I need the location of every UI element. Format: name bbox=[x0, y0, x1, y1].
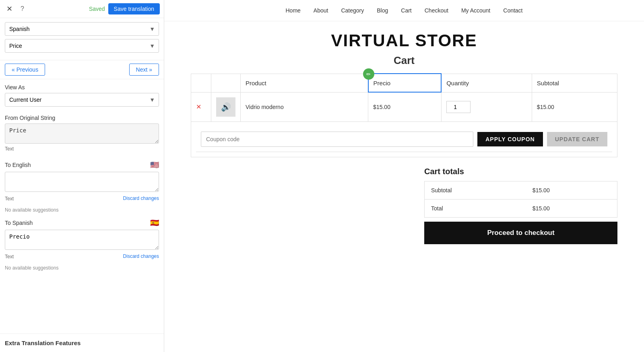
english-translation-footer: Text Discard changes bbox=[5, 195, 159, 202]
from-original-label: From Original String bbox=[5, 115, 159, 121]
total-label: Total bbox=[425, 199, 526, 217]
save-translation-button[interactable]: Save translation bbox=[108, 3, 160, 14]
discard-english-link[interactable]: Discard changes bbox=[123, 196, 159, 201]
view-as-select[interactable]: Current User Guest bbox=[5, 93, 159, 107]
to-spanish-section: To Spanish 🇪🇸 Precio Text Discard change… bbox=[0, 214, 164, 263]
site-title: VIRTUAL STORE bbox=[164, 21, 644, 54]
language-section: Spanish French German Italian ▼ Price Ti… bbox=[0, 18, 164, 60]
help-button[interactable]: ? bbox=[18, 4, 27, 13]
col-remove bbox=[191, 74, 211, 92]
coupon-cell: APPLY COUPON UPDATE CART bbox=[191, 121, 617, 157]
nav-category[interactable]: Category bbox=[341, 7, 364, 14]
subtotal-value: $15.00 bbox=[526, 181, 617, 199]
price-cell: $15.00 bbox=[368, 92, 442, 121]
nav-cart[interactable]: Cart bbox=[401, 7, 411, 14]
language-select[interactable]: Spanish French German Italian bbox=[5, 22, 159, 36]
english-flag: 🇺🇸 bbox=[150, 161, 159, 169]
subtotal-label: Subtotal bbox=[425, 181, 526, 199]
total-row: Total $15.00 bbox=[425, 199, 617, 217]
english-translation-input[interactable] bbox=[5, 172, 159, 192]
update-cart-button[interactable]: UPDATE CART bbox=[547, 132, 607, 146]
spanish-flag: 🇪🇸 bbox=[150, 218, 159, 227]
next-button[interactable]: Next » bbox=[129, 64, 159, 76]
nav-home[interactable]: Home bbox=[285, 7, 300, 14]
to-english-label: To English bbox=[5, 162, 31, 168]
view-as-label: View As bbox=[5, 84, 159, 91]
quantity-cell bbox=[441, 92, 532, 121]
previous-button[interactable]: « Previous bbox=[5, 64, 45, 76]
site-nav: Home About Category Blog Cart Checkout M… bbox=[164, 0, 644, 21]
spanish-translation-input[interactable]: Precio bbox=[5, 230, 159, 250]
nav-checkout[interactable]: Checkout bbox=[425, 7, 448, 14]
spanish-translation-footer: Text Discard changes bbox=[5, 253, 159, 259]
col-precio: ✏ Precio bbox=[368, 74, 442, 92]
nav-myaccount[interactable]: My Account bbox=[461, 7, 490, 14]
cart-totals-box: Cart totals Subtotal $15.00 Total $15.00… bbox=[424, 167, 617, 244]
left-panel: ✕ ? Saved Save translation Spanish Frenc… bbox=[0, 0, 164, 352]
totals-table: Subtotal $15.00 Total $15.00 bbox=[424, 181, 617, 218]
extra-features-section: Extra Translation Features bbox=[0, 333, 164, 352]
product-name-cell: Vidrio moderno bbox=[241, 92, 368, 121]
col-quantity: Quantity bbox=[441, 74, 532, 92]
image-cell: 🔊 bbox=[211, 92, 241, 121]
field-dropdown-row: Price Title Description ▼ bbox=[5, 39, 159, 53]
coupon-row: APPLY COUPON UPDATE CART bbox=[191, 121, 617, 157]
quantity-input[interactable] bbox=[446, 101, 471, 113]
to-english-section: To English 🇺🇸 Text Discard changes bbox=[0, 156, 164, 206]
nav-contact[interactable]: Contact bbox=[503, 7, 522, 14]
precio-label: Precio bbox=[374, 80, 391, 86]
col-image bbox=[211, 74, 241, 92]
original-string-box[interactable]: Price bbox=[5, 124, 159, 144]
apply-coupon-button[interactable]: APPLY COUPON bbox=[477, 132, 543, 146]
english-lang-header: To English 🇺🇸 bbox=[5, 161, 159, 169]
product-thumbnail: 🔊 bbox=[216, 97, 235, 117]
nav-about[interactable]: About bbox=[314, 7, 328, 14]
top-bar: ✕ ? Saved Save translation bbox=[0, 0, 164, 18]
extra-features-title: Extra Translation Features bbox=[5, 340, 80, 346]
total-value: $15.00 bbox=[526, 199, 617, 217]
original-type-label: Text bbox=[5, 146, 159, 152]
page-heading: Cart bbox=[164, 54, 644, 67]
col-product: Product bbox=[241, 74, 368, 92]
cart-totals-area: Cart totals Subtotal $15.00 Total $15.00… bbox=[183, 167, 625, 244]
remove-cell: ✕ bbox=[191, 92, 211, 121]
discard-spanish-link[interactable]: Discard changes bbox=[123, 253, 159, 259]
cart-area: Product ✏ Precio Quantity Subtotal ✕ 🔊 bbox=[183, 73, 625, 157]
saved-label: Saved bbox=[89, 6, 105, 12]
cart-table: Product ✏ Precio Quantity Subtotal ✕ 🔊 bbox=[191, 73, 617, 157]
right-panel: Home About Category Blog Cart Checkout M… bbox=[164, 0, 644, 352]
spanish-lang-header: To Spanish 🇪🇸 bbox=[5, 218, 159, 227]
spanish-type-label: Text bbox=[5, 254, 14, 259]
remove-icon[interactable]: ✕ bbox=[196, 103, 201, 110]
nav-blog[interactable]: Blog bbox=[377, 7, 388, 14]
coupon-input[interactable] bbox=[201, 132, 473, 147]
col-subtotal: Subtotal bbox=[532, 74, 617, 92]
table-row: ✕ 🔊 Vidrio moderno $15.00 $15.00 bbox=[191, 92, 617, 121]
proceed-to-checkout-button[interactable]: Proceed to checkout bbox=[424, 222, 617, 244]
view-as-section: View As Current User Guest ▼ bbox=[0, 79, 164, 110]
coupon-area: APPLY COUPON UPDATE CART bbox=[196, 127, 612, 152]
nav-buttons: « Previous Next » bbox=[0, 60, 164, 79]
to-spanish-label: To Spanish bbox=[5, 220, 33, 226]
subtotal-cell: $15.00 bbox=[532, 92, 617, 121]
close-button[interactable]: ✕ bbox=[4, 4, 15, 14]
cart-totals-title: Cart totals bbox=[424, 167, 617, 176]
from-original-section: From Original String Price Text bbox=[0, 110, 164, 156]
edit-icon[interactable]: ✏ bbox=[363, 68, 374, 80]
view-as-dropdown-row: Current User Guest ▼ bbox=[5, 93, 159, 107]
english-type-label: Text bbox=[5, 196, 14, 202]
language-dropdown-row: Spanish French German Italian ▼ bbox=[5, 22, 159, 36]
no-suggestions-english: No available suggestions bbox=[0, 206, 164, 214]
no-suggestions-spanish: No available suggestions bbox=[0, 263, 164, 272]
field-select[interactable]: Price Title Description bbox=[5, 39, 159, 53]
subtotal-row: Subtotal $15.00 bbox=[425, 181, 617, 199]
